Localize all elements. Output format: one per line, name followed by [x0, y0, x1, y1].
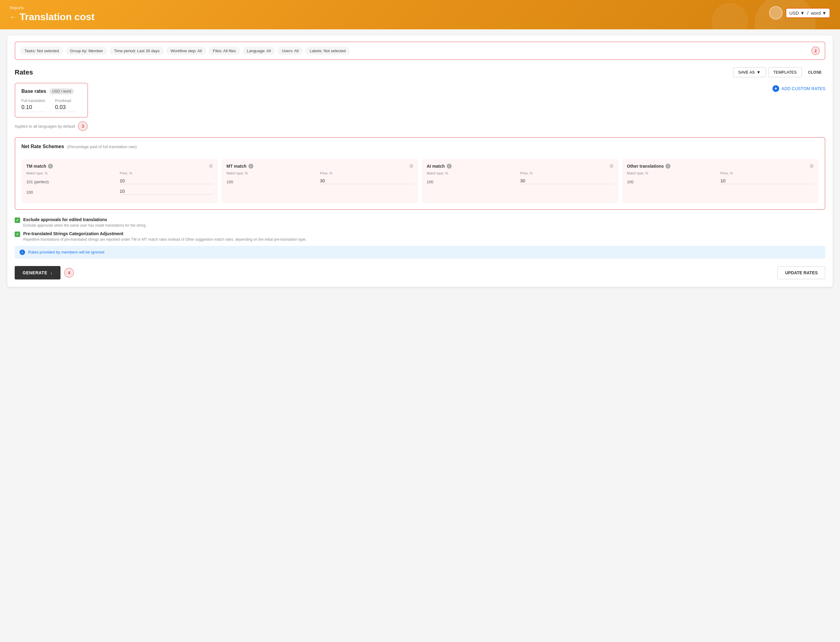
- step-badge-3: 3: [78, 121, 88, 131]
- update-rates-button[interactable]: UPDATE RATES: [777, 266, 825, 279]
- applies-note: Applies to all languages by default 3: [15, 121, 825, 131]
- ai-match-header: AI match i ⚙: [427, 163, 614, 169]
- ai-price-0[interactable]: 30: [520, 178, 614, 184]
- rates-title: Rates: [15, 68, 33, 76]
- usd-word-badge: USD / word: [49, 88, 74, 94]
- mt-match-header: MT match i ⚙: [226, 163, 413, 169]
- ai-match-gear-icon[interactable]: ⚙: [609, 163, 614, 169]
- other-match-title: Other translations: [627, 164, 664, 169]
- mt-type-0: 100: [226, 180, 320, 184]
- proofread-value[interactable]: 0.03: [55, 104, 76, 112]
- close-button[interactable]: CLOSE: [804, 68, 825, 77]
- tm-match-title: TM match: [26, 164, 46, 169]
- filter-chip-time[interactable]: Time period: Last 30 days: [110, 47, 164, 55]
- mt-col1-header: Match type, %: [226, 171, 320, 175]
- generate-button[interactable]: GENERATE ↓: [15, 266, 60, 279]
- tm-col1-header: Match type, %: [26, 171, 120, 175]
- breadcrumb-reports: Reports: [10, 5, 830, 10]
- base-rates-header: Base rates USD / word: [21, 88, 81, 94]
- ai-match-info-icon[interactable]: i: [447, 164, 452, 169]
- pretranslated-checkbox[interactable]: [15, 232, 20, 237]
- tm-match-gear-icon[interactable]: ⚙: [209, 163, 213, 169]
- checkbox-row-0: Exclude approvals for edited translation…: [15, 217, 825, 228]
- other-type-0: 100: [627, 180, 721, 184]
- back-arrow-icon[interactable]: ←: [10, 13, 16, 21]
- rates-actions: SAVE AS ▼ TEMPLATES CLOSE: [733, 67, 825, 77]
- pretranslated-label: Pre-translated Strings Categorization Ad…: [23, 231, 307, 236]
- filter-chip-group[interactable]: Group by: Member: [66, 47, 107, 55]
- other-col1-header: Match type, %: [627, 171, 721, 175]
- tm-price-0[interactable]: 10: [120, 178, 213, 184]
- mt-price-0[interactable]: 30: [320, 178, 413, 184]
- currency-chevron-icon: ▼: [800, 10, 805, 16]
- proofread-label: Proofread: [55, 99, 76, 103]
- checkbox-row-1: Pre-translated Strings Categorization Ad…: [15, 231, 825, 242]
- info-banner-icon: i: [19, 250, 25, 255]
- tm-match-info-icon[interactable]: i: [48, 164, 53, 169]
- ai-match-title-row: AI match i: [427, 164, 452, 169]
- net-rate-section: Net Rate Schemes (Percentage paid of ful…: [15, 137, 825, 210]
- ai-match-card: AI match i ⚙ Match type, % Price, % 100 …: [422, 159, 619, 203]
- templates-button[interactable]: TEMPLATES: [768, 67, 802, 77]
- filter-chip-language[interactable]: Language: All: [243, 47, 275, 55]
- other-match-header: Other translations i ⚙: [627, 163, 814, 169]
- tm-type-1: 100: [26, 190, 120, 195]
- ai-match-col-headers: Match type, % Price, %: [427, 171, 614, 175]
- ai-match-title: AI match: [427, 164, 445, 169]
- step-badge-4: 4: [64, 268, 74, 278]
- full-translation-value[interactable]: 0.10: [21, 104, 45, 112]
- tm-match-row-0: 101 (perfect) 10: [26, 178, 213, 184]
- filter-chip-labels[interactable]: Labels: Not selected: [305, 47, 350, 55]
- base-rates-section: Base rates USD / word Full translation 0…: [15, 83, 825, 118]
- exclude-approvals-label: Exclude approvals for edited translation…: [23, 217, 147, 222]
- filters-bar: Tasks: Not selected Group by: Member Tim…: [15, 42, 825, 60]
- avatar[interactable]: [769, 6, 783, 19]
- mt-match-col-headers: Match type, % Price, %: [226, 171, 413, 175]
- mt-match-info-icon[interactable]: i: [249, 164, 253, 169]
- mt-match-title: MT match: [226, 164, 246, 169]
- filter-chip-workflow[interactable]: Workflow step: All: [166, 47, 206, 55]
- currency-divider: /: [807, 10, 808, 16]
- add-custom-rates-label: ADD CUSTOM RATES: [782, 86, 825, 91]
- full-translation-field: Full translation 0.10: [21, 99, 45, 112]
- other-match-info-icon[interactable]: i: [666, 164, 670, 169]
- mt-match-gear-icon[interactable]: ⚙: [409, 163, 413, 169]
- currency-selector[interactable]: USD ▼ / word ▼: [786, 8, 830, 18]
- save-as-button[interactable]: SAVE AS ▼: [733, 67, 766, 77]
- applies-text: Applies to all languages by default: [15, 124, 75, 128]
- add-custom-rates-button[interactable]: + ADD CUSTOM RATES: [772, 83, 825, 94]
- rates-header: Rates SAVE AS ▼ TEMPLATES CLOSE: [15, 67, 825, 77]
- tm-price-1[interactable]: 10: [120, 188, 213, 195]
- info-banner: i Rates provided by members will be igno…: [15, 246, 825, 259]
- full-translation-label: Full translation: [21, 99, 45, 103]
- save-as-label: SAVE AS: [738, 70, 755, 75]
- filter-chip-users[interactable]: Users: All: [278, 47, 303, 55]
- mt-match-row-0: 100 30: [226, 178, 413, 184]
- proofread-field: Proofread 0.03: [55, 99, 76, 112]
- match-cards-grid: TM match i ⚙ Match type, % Price, % 101 …: [21, 159, 819, 203]
- exclude-approvals-desc: Exclude approvals when the same user has…: [23, 223, 147, 228]
- base-rates-title: Base rates: [21, 89, 46, 94]
- ai-match-row-0: 100 30: [427, 178, 614, 184]
- other-match-col-headers: Match type, % Price, %: [627, 171, 814, 175]
- net-rate-subtitle: (Percentage paid of full translation rat…: [67, 144, 137, 149]
- main-content: Tasks: Not selected Group by: Member Tim…: [7, 36, 833, 287]
- plus-circle-icon: +: [772, 85, 779, 92]
- other-match-gear-icon[interactable]: ⚙: [809, 163, 814, 169]
- ai-type-0: 100: [427, 180, 520, 184]
- filter-chip-files[interactable]: Files: All files: [209, 47, 240, 55]
- tm-match-row-1: 100 10: [26, 188, 213, 195]
- ai-col1-header: Match type, %: [427, 171, 520, 175]
- pretranslated-desc: Repetitive translations of pre-translate…: [23, 237, 307, 242]
- other-translations-card: Other translations i ⚙ Match type, % Pri…: [622, 159, 819, 203]
- tm-match-card: TM match i ⚙ Match type, % Price, % 101 …: [21, 159, 218, 203]
- mt-col2-header: Price, %: [320, 171, 413, 175]
- filter-chip-tasks[interactable]: Tasks: Not selected: [20, 47, 63, 55]
- tm-type-0: 101 (perfect): [26, 180, 120, 184]
- base-rates-box: Base rates USD / word Full translation 0…: [15, 83, 88, 118]
- header-right-area: USD ▼ / word ▼: [769, 6, 830, 19]
- mt-match-title-row: MT match i: [226, 164, 253, 169]
- other-price-0[interactable]: 10: [720, 178, 814, 184]
- tm-match-title-row: TM match i: [26, 164, 53, 169]
- exclude-approvals-checkbox[interactable]: [15, 217, 20, 223]
